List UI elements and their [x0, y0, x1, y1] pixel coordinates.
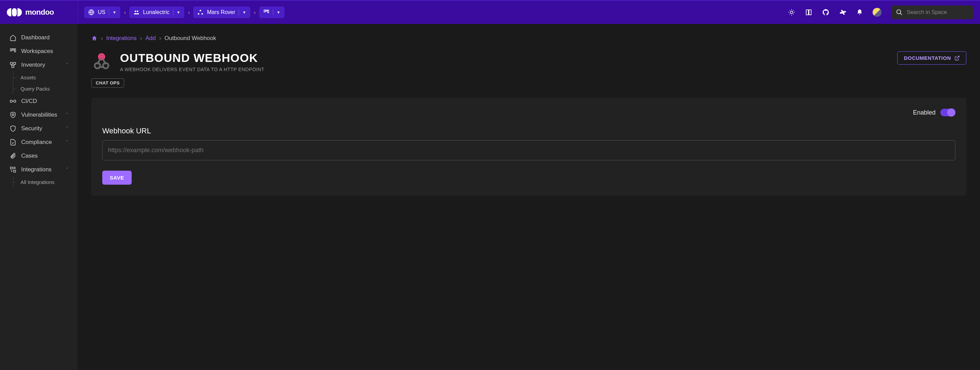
- logo-icon: [7, 8, 22, 16]
- chevron-up-icon: ˄: [66, 63, 68, 67]
- sidebar-item-inventory[interactable]: Inventory ˄: [0, 58, 78, 72]
- nav-label: CI/CD: [21, 98, 37, 105]
- sidebar-item-security[interactable]: Security ˅: [0, 122, 78, 135]
- svg-rect-18: [11, 167, 13, 169]
- enabled-toggle[interactable]: [940, 109, 955, 116]
- grid-icon: [263, 9, 269, 15]
- check-doc-icon: [10, 139, 16, 146]
- nodes-icon: [197, 9, 204, 15]
- github-icon[interactable]: [822, 8, 830, 16]
- external-link-icon: [955, 56, 960, 61]
- svg-rect-19: [14, 170, 16, 172]
- bell-icon[interactable]: [856, 9, 863, 16]
- svg-point-3: [200, 10, 201, 12]
- sidebar-sub-all-integrations[interactable]: All Integrations: [0, 176, 78, 188]
- integrations-icon: [10, 166, 16, 173]
- nav-label: Inventory: [21, 62, 45, 68]
- sidebar-item-compliance[interactable]: Compliance ˅: [0, 135, 78, 149]
- url-field-label: Webhook URL: [102, 127, 955, 135]
- logo[interactable]: mondoo: [7, 8, 78, 17]
- context-pills: US ▼ › Lunalectric ▼ › Mars Rover ▼ ›: [84, 6, 285, 18]
- svg-rect-15: [14, 63, 16, 65]
- region-label: US: [98, 9, 105, 15]
- main-content: › Integrations › Add › Outbound Webhook …: [78, 24, 980, 370]
- separator: ›: [123, 9, 127, 16]
- search-box[interactable]: [891, 5, 973, 19]
- svg-point-20: [14, 167, 15, 169]
- sidebar-item-dashboard[interactable]: Dashboard: [0, 31, 78, 44]
- breadcrumb-add[interactable]: Add: [145, 35, 156, 42]
- svg-point-10: [897, 10, 901, 14]
- shield-icon: [10, 125, 16, 132]
- globe-icon: [88, 9, 94, 15]
- space-selector[interactable]: Mars Rover ▼: [193, 6, 250, 18]
- breadcrumb-home-icon[interactable]: [91, 35, 97, 41]
- doc-button-label: DOCUMENTATION: [904, 55, 951, 61]
- chevron-down-icon: ▼: [113, 10, 116, 14]
- save-button[interactable]: SAVE: [102, 171, 132, 185]
- svg-point-5: [201, 13, 203, 15]
- nav-label: Security: [21, 125, 42, 132]
- svg-point-4: [198, 13, 200, 15]
- slack-icon[interactable]: [839, 8, 846, 16]
- nav-label: Workspaces: [21, 48, 53, 55]
- chevron-up-icon: ˄: [66, 167, 68, 172]
- breadcrumb: › Integrations › Add › Outbound Webhook: [91, 35, 966, 42]
- org-selector[interactable]: Lunalectric ▼: [129, 6, 184, 18]
- chevron-down-icon: ▼: [277, 10, 280, 14]
- svg-rect-12: [12, 49, 14, 50]
- separator: ›: [187, 9, 191, 16]
- region-selector[interactable]: US ▼: [84, 6, 120, 18]
- topbar-right: [788, 5, 973, 19]
- theme-toggle-icon[interactable]: [788, 8, 795, 16]
- sidebar-item-cicd[interactable]: CI/CD: [0, 94, 78, 108]
- svg-point-1: [135, 11, 137, 12]
- breadcrumb-integrations[interactable]: Integrations: [107, 35, 137, 42]
- breadcrumb-current: Outbound Webhook: [164, 35, 216, 42]
- nav-label: Compliance: [21, 139, 52, 146]
- svg-point-9: [790, 11, 792, 13]
- separator: ›: [253, 9, 256, 16]
- workspaces-icon: [10, 48, 16, 55]
- sidebar-sub-querypacks[interactable]: Query Packs: [0, 83, 78, 94]
- page-header: OUTBOUND WEBHOOK A WEBHOOK DELIVERS EVEN…: [91, 51, 966, 72]
- sidebar-item-vulnerabilities[interactable]: Vulnerabilities ˅: [0, 108, 78, 122]
- documentation-button[interactable]: DOCUMENTATION: [897, 51, 966, 65]
- webhook-icon: [91, 51, 112, 72]
- nav-label: Vulnerabilities: [21, 111, 57, 118]
- category-tag: CHAT OPS: [91, 78, 124, 87]
- infinity-icon: [10, 98, 16, 105]
- breadcrumb-separator: ›: [101, 35, 103, 42]
- sidebar: Dashboard Workspaces Inventory ˄ Assets …: [0, 24, 78, 370]
- breadcrumb-separator: ›: [140, 35, 142, 42]
- docs-icon[interactable]: [805, 8, 813, 16]
- svg-rect-16: [12, 66, 14, 68]
- webhook-url-input[interactable]: [102, 140, 955, 160]
- sidebar-sub-assets[interactable]: Assets: [0, 72, 78, 83]
- svg-point-2: [137, 11, 138, 12]
- sidebar-item-workspaces[interactable]: Workspaces: [0, 44, 78, 58]
- nav-label: Integrations: [21, 166, 52, 173]
- sidebar-item-integrations[interactable]: Integrations ˄: [0, 163, 78, 176]
- svg-point-17: [12, 114, 14, 116]
- search-input[interactable]: [907, 9, 968, 15]
- enabled-label: Enabled: [913, 109, 935, 116]
- space-label: Mars Rover: [207, 9, 235, 15]
- svg-rect-11: [11, 49, 12, 51]
- breadcrumb-separator: ›: [159, 35, 161, 42]
- avatar[interactable]: [873, 8, 881, 17]
- search-icon: [896, 9, 903, 16]
- nav-label: Cases: [21, 152, 38, 159]
- paperclip-icon: [10, 152, 16, 159]
- sidebar-item-cases[interactable]: Cases: [0, 149, 78, 163]
- svg-rect-8: [268, 10, 269, 13]
- inventory-icon: [10, 62, 16, 68]
- divider: [78, 0, 78, 24]
- settings-card: Enabled Webhook URL SAVE: [91, 98, 966, 195]
- chevron-down-icon: ▼: [177, 10, 181, 14]
- workspace-selector[interactable]: ▼: [259, 6, 285, 18]
- svg-rect-6: [264, 10, 265, 12]
- svg-rect-7: [266, 10, 267, 11]
- page-subtitle: A WEBHOOK DELIVERS EVENT DATA TO A HTTP …: [120, 67, 264, 72]
- nav-label: Dashboard: [21, 34, 49, 41]
